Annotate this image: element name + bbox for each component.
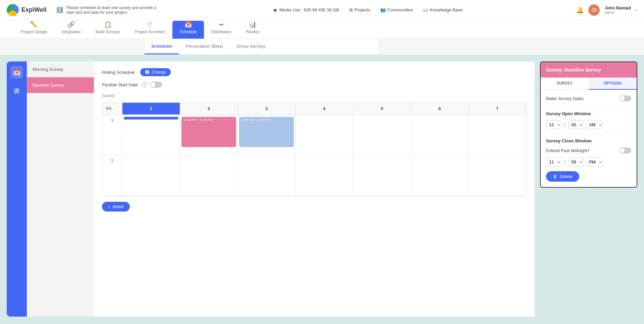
add-week-button[interactable]: + Week <box>102 202 130 212</box>
trash-icon: 🗑 <box>553 174 557 179</box>
event-pink-block[interactable]: 12:00 AM – 11:59 PM <box>181 117 236 147</box>
communities-nav[interactable]: 👥 Communities <box>380 7 413 12</box>
warning-text: Please schedule at least one survey and … <box>66 5 160 15</box>
knowledge-base-nav[interactable]: 📖 Knowledge Base <box>423 7 463 12</box>
info-icon: ℹ️ <box>56 7 63 13</box>
close-min-select[interactable]: 00153045 59 <box>568 157 583 167</box>
cal-cell-1-2[interactable]: 12:00 AM – 11:59 PM <box>180 115 238 155</box>
extend-midnight-toggle[interactable] <box>619 147 631 153</box>
change-label: Change <box>152 70 166 75</box>
tab-distribution-label: Distribution <box>211 30 231 34</box>
main-content: Rolling Schedule 🔄 Change Flexible Start… <box>94 61 535 317</box>
play-icon: ▶ <box>274 7 277 12</box>
close-window-title: Survey Close Window <box>546 134 631 143</box>
tab-build-surveys[interactable]: 📋 Build Surveys <box>88 21 127 39</box>
change-button[interactable]: 🔄 Change <box>140 68 171 76</box>
sidebar-calendar-icon[interactable]: 📅 <box>11 66 23 78</box>
rp-tab-survey[interactable]: SURVEY <box>541 78 589 90</box>
community-icon: 👥 <box>380 7 386 12</box>
cal-cell-1-1[interactable] <box>122 115 180 155</box>
user-name: John Bantad <box>604 5 631 10</box>
knowledge-base-label: Knowledge Base <box>430 7 463 12</box>
saved-label: Saved <box>102 93 114 98</box>
event-lightblue-block[interactable]: 12:00 AM – 11:59 PM <box>239 117 294 147</box>
right-panel-title: Survey: Baseline Survey <box>546 67 601 73</box>
delete-label: Delete <box>560 174 573 179</box>
cal-cell-2-4[interactable] <box>296 155 353 196</box>
tab-project-design-label: Project Design <box>21 30 47 34</box>
rp-tab-options[interactable]: OPTIONS <box>589 78 637 90</box>
tab-review[interactable]: 📊 Review <box>239 21 267 39</box>
saved-area: Saved <box>102 92 527 98</box>
cal-cell-2-2[interactable] <box>180 155 238 196</box>
calendar-grid: Wk. 1 2 3 4 5 6 7 1 12:00 <box>102 102 527 196</box>
open-ampm-wrapper: AM PM <box>586 120 603 129</box>
make-static-toggle[interactable] <box>619 95 631 101</box>
make-static-knob <box>620 96 625 101</box>
col-header-7: 7 <box>469 103 526 114</box>
cal-cell-2-6[interactable] <box>411 155 469 196</box>
sub-tab-personalizer[interactable]: Personalizer (Beta) <box>179 39 230 54</box>
chart-icon: 📊 <box>249 21 256 28</box>
colon-sep-2: : <box>564 159 566 165</box>
close-hour-select[interactable]: 12123 4567 8910 11 <box>546 157 561 167</box>
open-ampm-select[interactable]: AM PM <box>586 120 603 129</box>
cal-cell-2-7[interactable] <box>469 155 526 196</box>
open-hour-select[interactable]: 12 1234 5678 91011 <box>546 120 561 129</box>
pencil-icon: ✏️ <box>30 21 38 28</box>
close-ampm-wrapper: AM PM <box>586 157 603 167</box>
logo-icon <box>7 4 19 16</box>
week-num-1: 1 <box>102 115 122 155</box>
tab-distribution[interactable]: ➡ Distribution <box>204 21 239 39</box>
filter-icon: ▽ <box>148 21 152 28</box>
tab-integration-label: Integration <box>62 30 81 34</box>
survey-item-morning[interactable]: Morning Survey <box>27 61 94 77</box>
cal-cell-1-7[interactable] <box>469 115 526 155</box>
bell-icon[interactable]: 🔔 <box>576 6 584 14</box>
tab-project-design[interactable]: ✏️ Project Design <box>13 21 54 39</box>
book-icon: 📖 <box>423 7 428 12</box>
help-icon[interactable]: ? <box>142 82 147 87</box>
open-min-wrapper: 00 15304559 <box>568 120 583 129</box>
chevron-down-icon[interactable]: ▾ <box>636 8 637 12</box>
delete-button[interactable]: 🗑 Delete <box>546 171 579 182</box>
cal-cell-1-4[interactable] <box>296 115 353 155</box>
user-role: admin <box>604 10 631 14</box>
flex-start-label: Flexible Start Date <box>102 82 138 87</box>
nav-tabs: ✏️ Project Design 🔗 Integration 📋 Build … <box>0 20 644 39</box>
sub-tab-group-surveys[interactable]: Group Surveys <box>230 39 272 54</box>
swap-icon: 🔄 <box>145 70 150 75</box>
tab-project-screener[interactable]: ▽ Project Screener <box>127 21 172 39</box>
add-week-label: Week <box>113 204 124 209</box>
cal-cell-2-3[interactable] <box>238 155 296 196</box>
close-hour-wrapper: 12123 4567 8910 11 <box>546 157 561 167</box>
cal-cell-2-5[interactable] <box>353 155 411 196</box>
right-panel-body: Make Survey Static Survey Open Window 12… <box>541 90 637 187</box>
calendar-header: Wk. 1 2 3 4 5 6 7 <box>102 103 526 115</box>
projects-label: Projects <box>355 7 370 12</box>
open-time-row: 12 1234 5678 91011 : 00 15304559 AM <box>546 120 631 129</box>
cal-cell-1-6[interactable] <box>411 115 469 155</box>
open-min-select[interactable]: 00 15304559 <box>568 120 583 129</box>
avatar: JB <box>588 4 600 16</box>
tab-review-label: Review <box>246 30 259 34</box>
toggle-knob <box>151 82 155 87</box>
survey-item-baseline[interactable]: Baseline Survey <box>27 77 94 93</box>
flex-start-toggle[interactable] <box>150 82 162 88</box>
projects-nav[interactable]: ⊞ Projects <box>349 7 370 12</box>
cal-cell-1-3[interactable]: 12:00 AM – 11:59 PM <box>238 115 296 155</box>
event-blue-block[interactable] <box>124 117 178 120</box>
grid-icon: ⊞ <box>349 7 353 12</box>
sub-tab-scheduler[interactable]: Scheduler <box>145 39 179 54</box>
col-header-4: 4 <box>296 103 353 114</box>
tab-schedule[interactable]: 📅 Schedule <box>172 21 204 39</box>
cal-cell-2-1[interactable] <box>122 155 180 196</box>
arrow-icon: ➡ <box>219 21 224 28</box>
tab-integration[interactable]: 🔗 Integration <box>54 21 88 39</box>
extend-midnight-row: Extend Past Midnight? <box>546 147 631 153</box>
close-ampm-select[interactable]: AM PM <box>586 157 603 167</box>
week-num-2: 2 <box>102 155 122 196</box>
sidebar-network-icon[interactable]: 🕸 <box>11 85 23 97</box>
cal-cell-1-5[interactable] <box>353 115 411 155</box>
media-use: ▶ Media Use : 635.69 KB/ 30 GB <box>274 7 339 12</box>
